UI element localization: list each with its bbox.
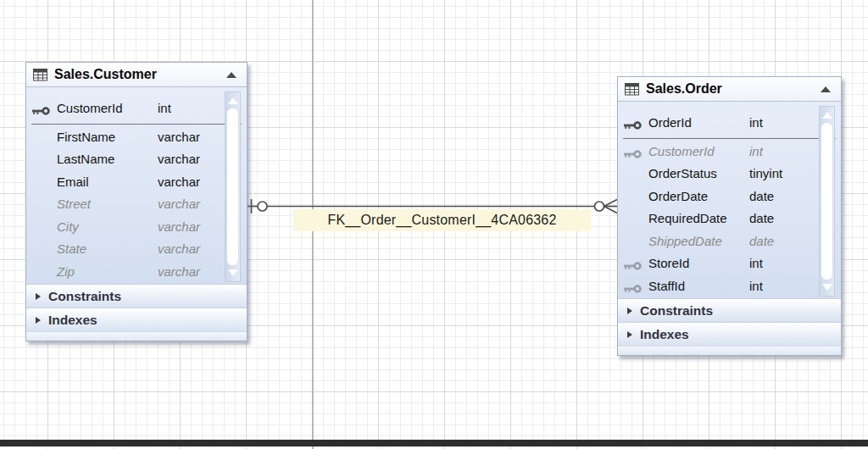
table-header[interactable]: Sales.Order	[618, 77, 841, 102]
scroll-down-icon[interactable]	[822, 284, 832, 291]
collapse-table-button[interactable]	[226, 72, 236, 78]
primary-key-icon	[32, 104, 53, 114]
scroll-up-icon[interactable]	[228, 97, 238, 104]
column-name: Email	[57, 175, 89, 189]
column-name: RequiredDate	[648, 211, 727, 225]
expand-icon[interactable]	[36, 317, 41, 324]
scroll-thumb[interactable]	[226, 108, 239, 266]
table-scrollbar[interactable]	[225, 91, 241, 282]
table-footer	[618, 346, 841, 355]
table-footer	[26, 331, 247, 341]
column-row[interactable]: RequiredDate date	[618, 208, 841, 231]
primary-key-separator	[623, 138, 836, 139]
column-type: tinyint	[749, 166, 782, 180]
column-name: Zip	[57, 264, 75, 279]
collapse-table-button[interactable]	[821, 86, 831, 92]
section-label: Indexes	[48, 313, 97, 328]
column-type: int	[749, 256, 763, 270]
cardinality-circle-right	[595, 202, 604, 211]
column-type: varchar	[158, 241, 200, 256]
column-row[interactable]: StaffId int	[618, 276, 841, 299]
column-row[interactable]: Street varchar	[26, 194, 247, 217]
expand-icon[interactable]	[627, 308, 632, 314]
table-card-sales-customer[interactable]: Sales.Customer CustomerId int FirstName …	[25, 62, 248, 341]
column-type: varchar	[158, 130, 200, 144]
table-title: Sales.Order	[646, 81, 814, 97]
column-name: ShippedDate	[648, 234, 722, 248]
column-row[interactable]: CustomerId int	[618, 141, 841, 164]
foreign-key-icon	[624, 282, 644, 292]
diagram-canvas: FK__Order__CustomerI__4CA06362 Sales.Cus…	[0, 0, 868, 449]
column-type: varchar	[158, 197, 200, 211]
crowfoot-top	[604, 200, 618, 207]
column-type: date	[749, 234, 774, 248]
column-row[interactable]: Zip varchar	[26, 262, 247, 285]
relationship-label[interactable]: FK__Order__CustomerI__4CA06362	[293, 209, 591, 231]
column-type: int	[749, 279, 763, 293]
column-row[interactable]: CustomerId int	[26, 98, 247, 121]
crowfoot-bottom	[604, 207, 618, 213]
column-name: State	[57, 241, 86, 256]
column-name: StoreId	[648, 256, 689, 270]
foreign-key-icon	[624, 259, 644, 269]
column-type: int	[158, 101, 171, 115]
column-type: varchar	[158, 175, 200, 189]
canvas-bottom-edge	[0, 440, 868, 446]
column-row[interactable]: Email varchar	[26, 172, 247, 195]
column-row[interactable]: State varchar	[26, 239, 247, 262]
scroll-thumb[interactable]	[821, 122, 833, 280]
section-row-indexes[interactable]: Indexes	[618, 322, 841, 346]
column-name: CustomerId	[57, 101, 123, 115]
table-columns-area: OrderId int CustomerId int OrderStatus t…	[618, 102, 841, 298]
column-name: StaffId	[648, 279, 685, 293]
table-scrollbar[interactable]	[819, 106, 835, 297]
column-name: LastName	[57, 152, 114, 166]
column-type: varchar	[158, 264, 200, 279]
column-row[interactable]: City varchar	[26, 217, 247, 240]
section-label: Constraints	[640, 303, 713, 319]
column-name: OrderId	[648, 115, 692, 130]
column-type: int	[749, 115, 763, 130]
column-name: OrderStatus	[648, 166, 717, 180]
column-row[interactable]: StoreId int	[618, 253, 841, 276]
section-row-constraints[interactable]: Constraints	[26, 284, 247, 308]
column-row[interactable]: ShippedDate date	[618, 231, 841, 254]
scroll-up-icon[interactable]	[822, 112, 832, 119]
column-row[interactable]: OrderDate date	[618, 186, 841, 209]
column-type: varchar	[158, 152, 200, 166]
table-icon	[625, 83, 639, 96]
column-row[interactable]: OrderStatus tinyint	[618, 164, 841, 186]
table-title: Sales.Customer	[54, 67, 220, 82]
foreign-key-icon	[624, 147, 644, 158]
column-row[interactable]: FirstName varchar	[26, 127, 247, 150]
section-row-indexes[interactable]: Indexes	[26, 308, 247, 331]
column-name: CustomerId	[648, 144, 715, 158]
column-type: int	[749, 144, 763, 158]
column-name: OrderDate	[648, 189, 708, 203]
section-label: Constraints	[48, 289, 121, 304]
column-name: FirstName	[57, 130, 115, 144]
cardinality-circle-left	[258, 202, 267, 211]
expand-icon[interactable]	[627, 331, 632, 338]
column-type: date	[749, 189, 774, 203]
expand-icon[interactable]	[36, 293, 41, 300]
table-card-sales-order[interactable]: Sales.Order OrderId int	[617, 76, 842, 356]
table-columns-area: CustomerId int FirstName varchar LastNam…	[26, 87, 247, 284]
scroll-down-icon[interactable]	[228, 269, 238, 276]
table-header[interactable]: Sales.Customer	[26, 63, 247, 87]
column-row[interactable]: OrderId int	[618, 113, 841, 136]
table-icon	[33, 69, 47, 81]
primary-key-icon	[624, 119, 644, 129]
column-row[interactable]: LastName varchar	[26, 149, 247, 172]
primary-key-separator	[31, 124, 242, 125]
section-row-constraints[interactable]: Constraints	[618, 298, 841, 322]
column-type: date	[749, 211, 774, 225]
column-name: City	[57, 219, 79, 234]
column-type: varchar	[158, 219, 200, 234]
column-name: Street	[57, 197, 91, 211]
section-label: Indexes	[640, 327, 689, 342]
